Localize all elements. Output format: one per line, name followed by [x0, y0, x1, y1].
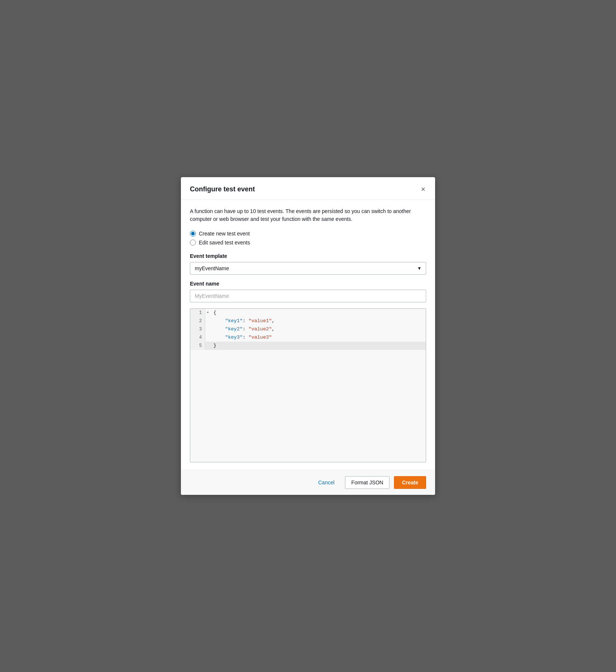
- code-empty-area: [190, 350, 426, 462]
- modal-footer: Cancel Format JSON Create: [181, 470, 435, 495]
- radio-group: Create new test event Edit saved test ev…: [190, 231, 426, 246]
- line-toggle-1[interactable]: ▾: [205, 309, 210, 316]
- event-template-section: Event template myEventName Hello World S…: [190, 253, 426, 275]
- configure-test-event-modal: Configure test event × A function can ha…: [181, 177, 435, 495]
- code-lines: 1 ▾ { 2 "key1": "value1", 3: [190, 309, 426, 350]
- line-content-4: "key3": "value3": [210, 333, 275, 342]
- line-content-3: "key2": "value2",: [210, 325, 278, 333]
- line-number-2: 2: [190, 317, 205, 325]
- cancel-button[interactable]: Cancel: [312, 477, 341, 488]
- line-content-5: }: [210, 342, 219, 350]
- code-line-1: 1 ▾ {: [190, 309, 426, 317]
- edit-saved-radio[interactable]: [190, 240, 196, 246]
- line-toggle-2: [205, 317, 210, 318]
- code-line-2: 2 "key1": "value1",: [190, 317, 426, 325]
- modal-title: Configure test event: [190, 185, 255, 193]
- event-name-section: Event name: [190, 281, 426, 302]
- edit-saved-label[interactable]: Edit saved test events: [199, 240, 250, 246]
- radio-item-create-new[interactable]: Create new test event: [190, 231, 426, 237]
- create-new-radio[interactable]: [190, 231, 196, 237]
- create-button[interactable]: Create: [394, 476, 426, 489]
- event-template-select[interactable]: myEventName Hello World S3 Put SNS SQS: [190, 262, 426, 275]
- line-number-3: 3: [190, 325, 205, 333]
- line-number-4: 4: [190, 333, 205, 342]
- line-toggle-5: [205, 342, 210, 342]
- modal-description: A function can have up to 10 test events…: [190, 207, 426, 223]
- line-number-1: 1: [190, 309, 205, 317]
- code-line-3: 3 "key2": "value2",: [190, 325, 426, 333]
- code-line-4: 4 "key3": "value3": [190, 333, 426, 342]
- radio-item-edit-saved[interactable]: Edit saved test events: [190, 240, 426, 246]
- line-toggle-4: [205, 333, 210, 334]
- event-name-label: Event name: [190, 281, 426, 287]
- line-content-1: {: [210, 309, 219, 317]
- modal-overlay: Configure test event × A function can ha…: [0, 0, 616, 672]
- event-template-label: Event template: [190, 253, 426, 259]
- line-toggle-3: [205, 325, 210, 326]
- event-name-input[interactable]: [190, 290, 426, 302]
- close-button[interactable]: ×: [420, 185, 426, 194]
- line-number-5: 5: [190, 342, 205, 350]
- modal-header: Configure test event ×: [181, 177, 435, 200]
- modal-body: A function can have up to 10 test events…: [181, 200, 435, 470]
- line-content-2: "key1": "value1",: [210, 317, 278, 325]
- event-template-select-wrapper: myEventName Hello World S3 Put SNS SQS ▼: [190, 262, 426, 275]
- create-new-label[interactable]: Create new test event: [199, 231, 250, 237]
- code-line-5: 5 }: [190, 342, 426, 350]
- code-editor[interactable]: 1 ▾ { 2 "key1": "value1", 3: [190, 308, 426, 462]
- format-json-button[interactable]: Format JSON: [345, 476, 390, 489]
